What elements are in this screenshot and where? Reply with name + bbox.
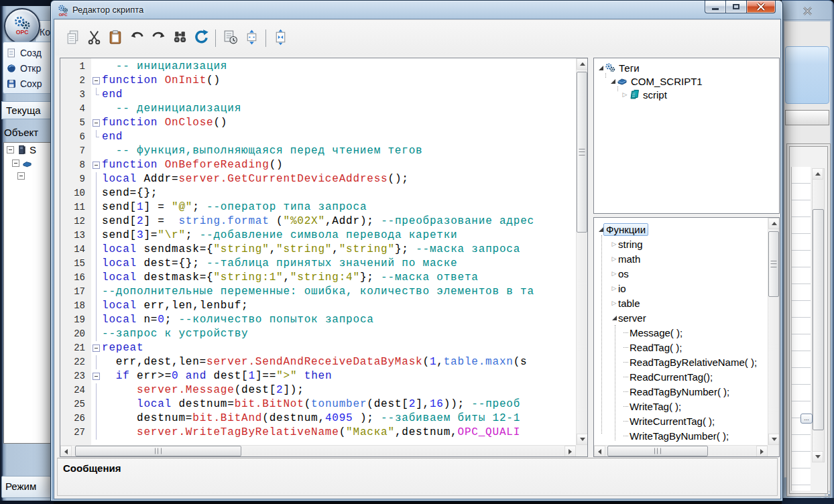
expand-arrow-icon[interactable] (610, 300, 618, 306)
tree-item-label[interactable]: COM_SCRIPT1 (631, 76, 703, 87)
collapse-arrow-icon[interactable] (609, 79, 617, 84)
expand-arrow-icon[interactable] (610, 270, 618, 277)
background-button[interactable] (785, 110, 829, 125)
scrollbar-thumb[interactable] (75, 446, 241, 456)
line-number[interactable]: 5 (60, 116, 91, 130)
tree-item-label[interactable]: Теги (619, 62, 640, 74)
paste-button[interactable] (105, 27, 126, 50)
tree-item-label[interactable]: WriteTag( ); (630, 401, 681, 412)
expand-arrow-icon[interactable] (621, 91, 629, 98)
code-line[interactable]: 19local n=0; --количество попыток запрос… (60, 313, 576, 327)
line-number[interactable]: 10 (60, 186, 91, 200)
tree-item-os[interactable]: os (594, 266, 779, 281)
scroll-up-button[interactable] (577, 58, 588, 70)
tree-item-writetagbynumber[interactable]: WriteTagByNumber( ); (594, 428, 779, 443)
collapse-arrow-icon[interactable] (597, 66, 605, 70)
background-scrollbar[interactable] (812, 168, 825, 462)
code-line[interactable]: 3end (60, 88, 576, 102)
code-line[interactable]: 6end (60, 130, 576, 144)
tree-item-функции[interactable]: Функции (594, 222, 779, 237)
code-line[interactable]: 23 if err>=0 and dest[1]==">" then (60, 369, 576, 383)
code-line[interactable]: 26 destnum=bit.BitAnd(destnum,4095 ); --… (60, 412, 576, 426)
code-line[interactable]: 10send={}; (60, 186, 576, 200)
fold-box-icon[interactable] (91, 341, 102, 355)
scroll-up-button[interactable] (768, 218, 780, 229)
scroll-right-button[interactable] (564, 446, 576, 457)
code-line[interactable]: 12send[2] = string.format ("%02X",Addr);… (60, 214, 576, 229)
objects-tree[interactable]: S (3, 142, 54, 444)
line-number[interactable]: 13 (60, 229, 91, 243)
ellipsis-button[interactable]: ... (800, 414, 813, 424)
line-number[interactable]: 2 (60, 74, 91, 88)
tree-root-label[interactable]: S (29, 144, 36, 155)
close-button[interactable] (746, 1, 776, 13)
code-lines[interactable]: 1 -- инициализация2function OnInit()3end… (60, 58, 576, 445)
app-orb-button[interactable]: OPC (4, 8, 40, 44)
code-line[interactable]: 18local err,len,lenbuf; (60, 299, 576, 313)
collapse-box-icon[interactable] (7, 146, 14, 153)
background-close-button[interactable] (792, 3, 822, 19)
tree-item-label[interactable]: ReadTagByRelativeName( ); (630, 357, 757, 368)
tree-item-label[interactable]: ReadTag( ); (630, 342, 682, 353)
line-number[interactable]: 26 (60, 412, 91, 426)
fit-vertical-button[interactable] (241, 27, 262, 50)
tree-item-label[interactable]: ReadTagByNumber( ); (630, 386, 729, 397)
line-number[interactable]: 14 (60, 243, 91, 257)
code-line[interactable]: 5function OnClose() (60, 116, 576, 130)
collapse-box-icon[interactable] (12, 160, 19, 167)
tree-item-label[interactable]: WriteTagByNumber( ); (630, 430, 729, 442)
find-button[interactable] (169, 27, 190, 50)
tree-item-writetag[interactable]: WriteTag( ); (594, 399, 779, 414)
line-number[interactable]: 11 (60, 200, 91, 214)
scroll-down-button[interactable] (768, 434, 780, 445)
menu-item-new-document[interactable]: Созд (6, 45, 53, 60)
code-line[interactable]: 7 -- функция,выполняющаяся перед чтением… (60, 144, 576, 158)
line-number[interactable]: 18 (60, 299, 91, 313)
scroll-down-button[interactable] (812, 451, 823, 462)
line-number[interactable]: 22 (60, 355, 91, 369)
tree-item-readtag[interactable]: ReadTag( ); (594, 340, 779, 355)
line-number[interactable]: 7 (60, 144, 91, 158)
editor-vscrollbar[interactable] (576, 58, 587, 445)
collapse-arrow-icon[interactable] (610, 316, 618, 320)
line-number[interactable]: 12 (60, 214, 91, 229)
functions-panel[interactable]: ФункцииstringmathosiotableserverMessage(… (593, 217, 780, 457)
functions-tree[interactable]: ФункцииstringmathosiotableserverMessage(… (594, 218, 779, 443)
scroll-up-button[interactable] (812, 168, 823, 180)
line-number[interactable]: 24 (60, 383, 91, 397)
sync-vertical-button[interactable] (270, 27, 291, 50)
code-line[interactable]: 13send[3]="\r"; --добавление символа пер… (60, 229, 576, 243)
titlebar[interactable]: OPC Редактор скрипта (51, 1, 782, 19)
scroll-right-button[interactable] (756, 446, 768, 457)
line-number[interactable]: 8 (60, 158, 91, 172)
code-line[interactable]: 25 local destnum=bit.BitNot(tonumber(des… (60, 397, 576, 412)
tree-item-label[interactable]: io (618, 283, 626, 294)
check-script-button[interactable] (219, 27, 241, 50)
code-line[interactable]: 11send[1] = "@"; --оператор типа запроса (60, 200, 576, 214)
code-line[interactable]: 21repeat (60, 341, 576, 355)
tree-item-script[interactable]: script (594, 88, 779, 101)
scrollbar-thumb[interactable] (577, 72, 587, 233)
tree-row-server[interactable]: S (4, 143, 54, 156)
fold-box-icon[interactable] (91, 74, 102, 88)
tree-row-child[interactable] (4, 170, 54, 183)
scrollbar-thumb[interactable] (768, 231, 779, 297)
tree-item-label[interactable]: Message( ); (630, 327, 682, 338)
tags-panel[interactable]: ТегиCOM_SCRIPT1script (593, 58, 780, 214)
tree-item-label[interactable]: ReadCurrentTag(); (630, 371, 713, 383)
code-editor[interactable]: 1 -- инициализация2function OnInit()3end… (60, 58, 588, 457)
expand-arrow-icon[interactable] (610, 241, 618, 247)
tree-item-server[interactable]: server (594, 310, 779, 325)
copy-button[interactable] (62, 27, 83, 50)
undo-button[interactable] (126, 27, 147, 50)
refresh-button[interactable] (190, 27, 212, 50)
scroll-left-button[interactable] (60, 446, 72, 457)
tree-item-label[interactable]: WriteCurrentTag( ); (630, 416, 715, 427)
tree-item-com_script1[interactable]: COM_SCRIPT1 (594, 74, 779, 88)
fold-box-icon[interactable] (91, 116, 102, 130)
code-line[interactable]: 15local dest={}; --таблица принятых знач… (60, 257, 576, 271)
tree-item-label[interactable]: script (643, 89, 667, 101)
line-number[interactable]: 21 (60, 341, 91, 355)
tree-item-readtagbyrelativename[interactable]: ReadTagByRelativeName( ); (594, 355, 779, 369)
functions-vscrollbar[interactable] (768, 218, 779, 445)
